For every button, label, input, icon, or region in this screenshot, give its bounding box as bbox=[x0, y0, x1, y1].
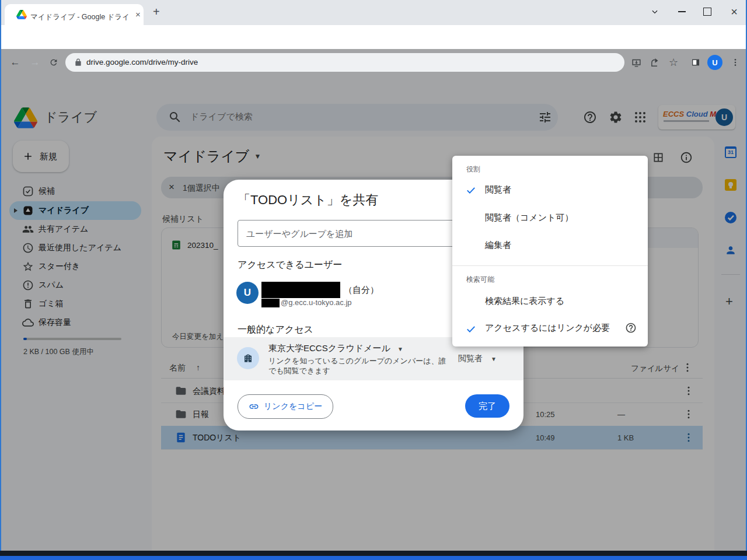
organization-circle[interactable] bbox=[237, 347, 259, 369]
owner-self-label: （自分） bbox=[344, 285, 379, 296]
window-minimize-icon[interactable] bbox=[673, 4, 690, 20]
menu-item-label: 編集者 bbox=[485, 240, 511, 251]
role-dropdown-menu: 役割 閲覧者 閲覧者（コメント可） 編集者 検索可能 検索結果に表示する アクセ… bbox=[452, 156, 648, 346]
owner-avatar: U bbox=[236, 282, 259, 304]
back-icon[interactable]: ← bbox=[7, 54, 23, 71]
lock-icon bbox=[74, 58, 82, 67]
share-dialog-title: 「TODOリスト」を共有 bbox=[238, 191, 378, 209]
share-icon[interactable] bbox=[647, 54, 663, 71]
owner-email-redacted bbox=[261, 299, 280, 307]
chevron-down-icon: ▼ bbox=[491, 356, 497, 362]
window-border-bottom-blue bbox=[0, 556, 747, 560]
window-close-icon[interactable]: × bbox=[726, 4, 742, 20]
building-icon bbox=[243, 353, 253, 363]
group-description: リンクを知っているこのグループのメンバーは、誰でも閲覧できます bbox=[268, 356, 451, 376]
tab-title: マイドライブ - Google ドライブ bbox=[30, 12, 128, 22]
browser-profile-avatar[interactable]: U bbox=[707, 55, 722, 70]
window-maximize-icon[interactable] bbox=[699, 4, 715, 20]
done-button[interactable]: 完了 bbox=[465, 394, 509, 418]
new-tab-button[interactable]: + bbox=[153, 5, 160, 19]
tab-strip: マイドライブ - Google ドライブ × + × bbox=[0, 0, 747, 25]
menu-divider bbox=[452, 265, 648, 266]
forward-icon[interactable]: → bbox=[27, 54, 43, 71]
role-section-label: 役割 bbox=[466, 164, 480, 174]
general-access-heading: 一般的なアクセス bbox=[238, 324, 313, 336]
window-border-left bbox=[0, 0, 1, 560]
menu-item-label: アクセスするにはリンクが必要 bbox=[485, 323, 610, 334]
reload-icon[interactable] bbox=[46, 54, 62, 71]
check-icon bbox=[465, 184, 477, 196]
chevron-down-icon: ▼ bbox=[397, 346, 403, 352]
browser-menu-icon[interactable] bbox=[727, 54, 743, 71]
menu-item-label: 検索結果に表示する bbox=[485, 296, 564, 307]
menu-item-label: 閲覧者 bbox=[485, 184, 511, 195]
side-panel-icon[interactable] bbox=[687, 54, 704, 71]
browser-tab[interactable]: マイドライブ - Google ドライブ × bbox=[5, 4, 144, 25]
bookmark-star-icon[interactable]: ☆ bbox=[665, 54, 682, 71]
owner-email-suffix: @g.ecc.u-tokyo.ac.jp bbox=[281, 298, 352, 307]
help-circle-icon[interactable] bbox=[625, 322, 637, 334]
group-role-select[interactable]: 閲覧者 ▼ bbox=[458, 354, 497, 364]
link-icon bbox=[249, 401, 259, 412]
search-section-label: 検索可能 bbox=[466, 275, 494, 285]
check-icon bbox=[465, 323, 477, 335]
copy-link-button[interactable]: リンクをコピー bbox=[238, 394, 333, 419]
group-name[interactable]: 東京大学ECCSクラウドメール ▼ bbox=[268, 343, 403, 354]
window-border-bottom-dark bbox=[0, 551, 747, 556]
browser-toolbar: ← → drive.google.com/drive/my-drive ☆ U bbox=[0, 25, 747, 49]
browser-window: マイドライブ - Google ドライブ × + × ← → drive.goo… bbox=[0, 0, 747, 560]
window-restore-menu-icon[interactable] bbox=[647, 4, 663, 20]
access-heading: アクセスできるユーザー bbox=[238, 259, 342, 271]
install-app-icon[interactable] bbox=[628, 54, 644, 71]
drive-favicon-icon bbox=[16, 10, 27, 19]
address-bar[interactable]: drive.google.com/drive/my-drive bbox=[65, 53, 624, 72]
url-text: drive.google.com/drive/my-drive bbox=[86, 58, 198, 66]
menu-item-label: 閲覧者（コメント可） bbox=[485, 212, 573, 223]
owner-name-redacted bbox=[261, 282, 340, 298]
copy-link-label: リンクをコピー bbox=[264, 401, 322, 412]
tab-close-icon[interactable]: × bbox=[135, 9, 141, 19]
